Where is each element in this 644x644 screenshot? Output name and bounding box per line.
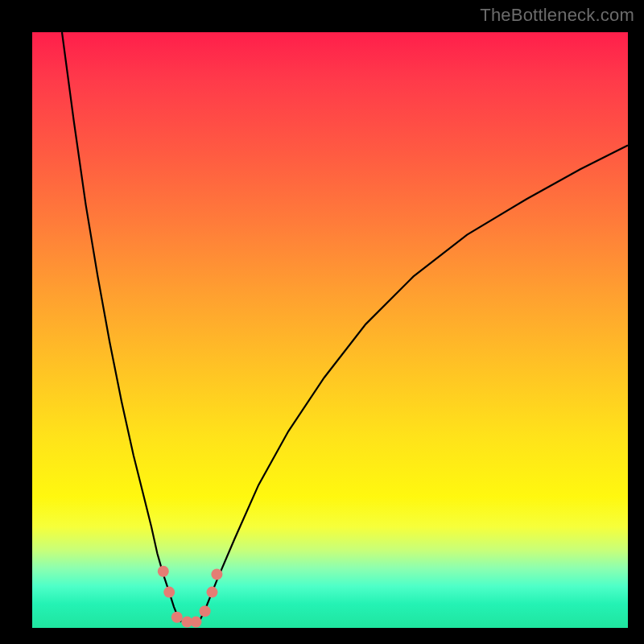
plot-area — [32, 32, 628, 628]
watermark-text: TheBottleneck.com — [480, 5, 634, 26]
marker-dot — [207, 587, 218, 598]
curve-right-branch — [199, 146, 628, 622]
marker-dot — [211, 568, 222, 580]
marker-dot — [191, 617, 202, 628]
marker-dot — [158, 566, 169, 577]
marker-group — [158, 566, 223, 628]
marker-dot — [171, 612, 183, 623]
marker-dot — [200, 605, 211, 617]
marker-dot — [163, 587, 175, 598]
chart-svg — [32, 32, 628, 628]
outer-frame: TheBottleneck.com — [0, 0, 644, 644]
curve-left-branch — [62, 32, 181, 622]
